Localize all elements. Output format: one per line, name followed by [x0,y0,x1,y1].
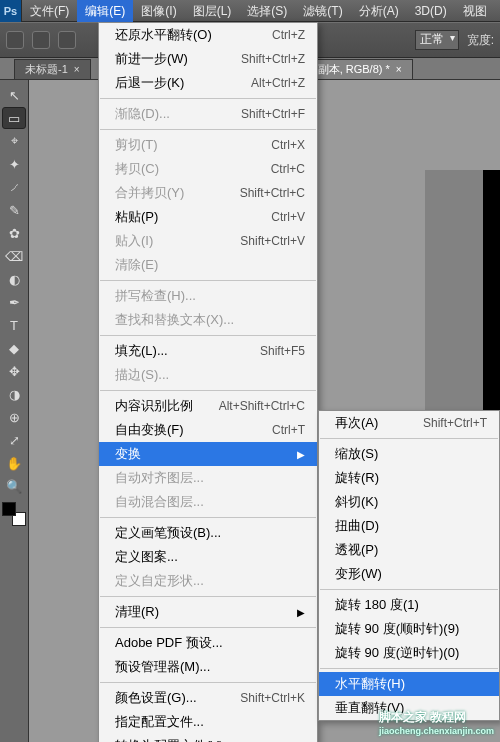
menu-separator [100,280,316,281]
menu-item[interactable]: 透视(P) [319,538,499,562]
tool-button[interactable]: ⌫ [2,245,26,267]
marquee-style-icon[interactable] [32,31,50,49]
menu-item-label: 旋转 180 度(1) [335,596,487,614]
watermark-line2: jiaocheng.chenxianjin.com [379,726,494,736]
menu-1[interactable]: 编辑(E) [77,0,133,22]
menu-item[interactable]: 旋转 90 度(逆时针)(0) [319,641,499,665]
menu-shortcut: Alt+Ctrl+Z [251,76,305,90]
submenu-arrow-icon: ▶ [297,449,305,460]
menu-6[interactable]: 分析(A) [351,0,407,22]
menu-item[interactable]: 前进一步(W)Shift+Ctrl+Z [99,47,317,71]
tool-button[interactable]: ▭ [2,107,26,129]
menu-item-label: 贴入(I) [115,232,216,250]
menu-item[interactable]: 颜色设置(G)...Shift+Ctrl+K [99,686,317,710]
tool-button[interactable]: T [2,314,26,336]
color-swatch[interactable] [2,502,26,526]
menu-shortcut: Ctrl+T [272,423,305,437]
menu-item[interactable]: 扭曲(D) [319,514,499,538]
menu-item[interactable]: 定义画笔预设(B)... [99,521,317,545]
menu-item-label: 斜切(K) [335,493,487,511]
menu-2[interactable]: 图像(I) [133,0,184,22]
menu-item-label: 旋转 90 度(顺时针)(9) [335,620,487,638]
menu-separator [320,668,498,669]
menu-shortcut: Shift+F5 [260,344,305,358]
tool-button[interactable]: ◐ [2,268,26,290]
menu-item[interactable]: 旋转 180 度(1) [319,593,499,617]
tool-button[interactable]: ✥ [2,360,26,382]
tool-button[interactable]: ✿ [2,222,26,244]
menu-item[interactable]: 水平翻转(H) [319,672,499,696]
menu-item-label: 变换 [115,445,277,463]
menu-item[interactable]: 变形(W) [319,562,499,586]
menu-shortcut: Shift+Ctrl+Z [241,52,305,66]
menu-shortcut: Shift+Ctrl+T [423,416,487,430]
tool-button[interactable]: ⟋ [2,176,26,198]
tool-button[interactable]: ⊕ [2,406,26,428]
menu-item[interactable]: 变换▶ [99,442,317,466]
menu-item-label: 还原水平翻转(O) [115,26,248,44]
width-label: 宽度: [467,32,494,49]
tool-button[interactable]: ↖ [2,84,26,106]
menu-item[interactable]: 还原水平翻转(O)Ctrl+Z [99,23,317,47]
menu-item-label: 自动对齐图层... [115,469,305,487]
tool-button[interactable]: ✒ [2,291,26,313]
menu-separator [100,335,316,336]
menu-item: 拷贝(C)Ctrl+C [99,157,317,181]
menu-item[interactable]: 指定配置文件... [99,710,317,734]
menu-item-label: 指定配置文件... [115,713,305,731]
menu-separator [320,589,498,590]
close-tab-icon[interactable]: × [396,64,402,75]
menu-0[interactable]: 文件(F) [22,0,77,22]
tool-button[interactable]: ⌖ [2,130,26,152]
menu-item[interactable]: 清理(R)▶ [99,600,317,624]
menu-item-label: 自由变换(F) [115,421,248,439]
menu-item[interactable]: 再次(A)Shift+Ctrl+T [319,411,499,435]
menu-item-label: 旋转(R) [335,469,487,487]
menu-shortcut: Shift+Ctrl+F [241,107,305,121]
menu-5[interactable]: 滤镜(T) [295,0,350,22]
menu-item-label: 填充(L)... [115,342,236,360]
menu-item[interactable]: 粘贴(P)Ctrl+V [99,205,317,229]
menu-item: 剪切(T)Ctrl+X [99,133,317,157]
menu-shortcut: Shift+Ctrl+K [240,691,305,705]
tool-button[interactable]: ✦ [2,153,26,175]
menu-item: 拼写检查(H)... [99,284,317,308]
menu-item[interactable]: 缩放(S) [319,442,499,466]
edit-menu-dropdown: 还原水平翻转(O)Ctrl+Z前进一步(W)Shift+Ctrl+Z后退一步(K… [98,22,318,742]
close-tab-icon[interactable]: × [74,64,80,75]
marquee-add-icon[interactable] [58,31,76,49]
menu-shortcut: Ctrl+Z [272,28,305,42]
menu-item[interactable]: 转换为配置文件(V)... [99,734,317,742]
menu-item[interactable]: 填充(L)...Shift+F5 [99,339,317,363]
menu-item[interactable]: 旋转(R) [319,466,499,490]
menu-item[interactable]: 预设管理器(M)... [99,655,317,679]
menu-3[interactable]: 图层(L) [185,0,240,22]
menu-item[interactable]: 定义图案... [99,545,317,569]
menu-shortcut: Ctrl+X [271,138,305,152]
menu-item[interactable]: 后退一步(K)Alt+Ctrl+Z [99,71,317,95]
tool-button[interactable]: ◆ [2,337,26,359]
tool-button[interactable]: ◑ [2,383,26,405]
menu-separator [100,98,316,99]
tool-button[interactable]: ✎ [2,199,26,221]
tools-panel: ↖▭⌖✦⟋✎✿⌫◐✒T◆✥◑⊕⤢✋🔍 [0,80,29,742]
menu-item[interactable]: 内容识别比例Alt+Shift+Ctrl+C [99,394,317,418]
menu-8[interactable]: 视图 [455,0,495,22]
menu-item[interactable]: 自由变换(F)Ctrl+T [99,418,317,442]
menu-item[interactable]: 旋转 90 度(顺时针)(9) [319,617,499,641]
menu-4[interactable]: 选择(S) [239,0,295,22]
menu-item-label: 渐隐(D)... [115,105,217,123]
document-tab[interactable]: 未标题-1× [14,59,91,79]
menu-item[interactable]: Adobe PDF 预设... [99,631,317,655]
blend-mode-select[interactable]: 正常 [415,30,459,50]
menu-item-label: 剪切(T) [115,136,247,154]
menu-item[interactable]: 斜切(K) [319,490,499,514]
menu-item-label: 颜色设置(G)... [115,689,216,707]
tool-button[interactable]: 🔍 [2,475,26,497]
tool-preset-icon[interactable] [6,31,24,49]
tool-button[interactable]: ⤢ [2,429,26,451]
menu-separator [100,682,316,683]
menu-item-label: 前进一步(W) [115,50,217,68]
tool-button[interactable]: ✋ [2,452,26,474]
menu-7[interactable]: 3D(D) [407,0,455,22]
